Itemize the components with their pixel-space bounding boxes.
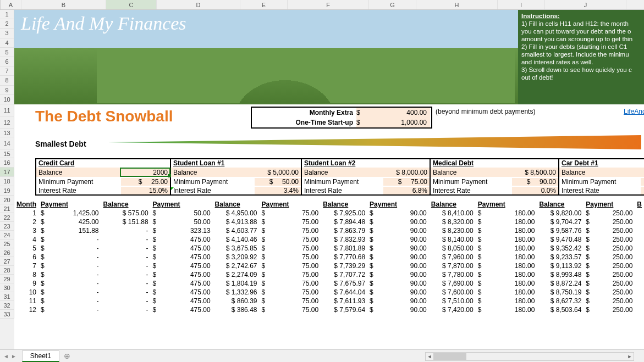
column-header-C[interactable]: C	[106, 0, 157, 9]
svg-marker-0	[108, 135, 641, 149]
row-header-5[interactable]: 5	[0, 48, 14, 57]
row-header-8[interactable]: 8	[0, 76, 14, 85]
row-header-29[interactable]: 29	[0, 275, 14, 283]
row-header-11[interactable]: 11	[0, 104, 14, 116]
row-headers: 1234567891011121314151617181920212223242…	[0, 10, 14, 349]
row-header-14[interactable]: 14	[0, 137, 14, 149]
debt-block: Student Loan #1Balance$ 5,000.00Minimum …	[170, 158, 301, 196]
gradient-wedge	[108, 135, 641, 149]
row-header-31[interactable]: 31	[0, 292, 14, 301]
row-header-13[interactable]: 13	[0, 129, 14, 137]
add-sheet-button[interactable]: ⊕	[59, 350, 75, 361]
row-header-27[interactable]: 27	[0, 257, 14, 266]
debts-section: Credit CardBalance2000Minimum Payment$ 2…	[35, 158, 644, 196]
debt-block: Credit CardBalance2000Minimum Payment$ 2…	[35, 158, 170, 196]
column-headers: ABCDEFGHIJKL	[0, 0, 644, 10]
page-title: The Debt Snowball	[35, 108, 173, 125]
schedule-row: 10$ - - $475.00$ 1,332.96$75.00$ 7,644.0…	[14, 288, 644, 297]
schedule-row: 6$ - - $475.00$ 3,209.92$75.00$ 7,770.68…	[14, 253, 644, 261]
column-header-G[interactable]: G	[369, 0, 416, 9]
horizontal-scrollbar[interactable]: ◄ ►	[425, 352, 634, 361]
row-header-10[interactable]: 10	[0, 95, 14, 104]
row-header-30[interactable]: 30	[0, 283, 14, 292]
row-header-28[interactable]: 28	[0, 266, 14, 275]
schedule-row: 2$425.00$ 151.88$50.00$ 4,913.88$75.00$ …	[14, 218, 644, 226]
smallest-debt-label: Smallest Debt	[35, 140, 86, 148]
row-header-20[interactable]: 20	[0, 196, 14, 204]
instructions-panel: Instructions: 1) Fill in cells H11 and H…	[518, 10, 644, 104]
schedule-row: 1$1,425.00$ 575.00$50.00$ 4,950.00$75.00…	[14, 209, 644, 218]
row-header-17[interactable]: 17	[0, 168, 14, 177]
column-header-F[interactable]: F	[288, 0, 369, 9]
column-header-K[interactable]: K	[626, 0, 644, 9]
instructions-heading: Instructions:	[521, 13, 560, 19]
row-header-25[interactable]: 25	[0, 240, 14, 248]
row-header-2[interactable]: 2	[0, 19, 14, 29]
row-header-7[interactable]: 7	[0, 66, 14, 76]
row-header-22[interactable]: 22	[0, 213, 14, 222]
column-header-I[interactable]: I	[498, 0, 545, 9]
row-header-6[interactable]: 6	[0, 57, 14, 66]
column-header-E[interactable]: E	[240, 0, 288, 9]
row-header-24[interactable]: 24	[0, 231, 14, 240]
schedule-row: 7$ - - $475.00$ 2,742.67$75.00$ 7,739.29…	[14, 261, 644, 270]
schedule-row: 8$ - - $475.00$ 2,274.09$75.00$ 7,707.72…	[14, 270, 644, 279]
column-header-J[interactable]: J	[545, 0, 626, 9]
schedule-row: 5$ - - $475.00$ 3,675.85$75.00$ 7,801.89…	[14, 244, 644, 253]
beyond-note: (beyond minimum debt payments)	[436, 108, 535, 115]
column-header-B[interactable]: B	[21, 0, 106, 9]
error-indicator-icon	[171, 187, 174, 190]
row-header-4[interactable]: 4	[0, 38, 14, 48]
schedule-row: 3$151.88 - $323.13$ 4,603.77$75.00$ 7,86…	[14, 226, 644, 235]
schedule-row: 9$ - - $475.00$ 1,804.19$75.00$ 7,675.97…	[14, 279, 644, 288]
row-header-19[interactable]: 19	[0, 186, 14, 196]
inputs-box: Monthly Extra $ 400.00 One-Time Start-up…	[251, 107, 432, 129]
row-header-23[interactable]: 23	[0, 222, 14, 231]
row-header-9[interactable]: 9	[0, 86, 14, 95]
site-link[interactable]: LifeAndMyFi	[624, 108, 644, 115]
row-header-33[interactable]: 33	[0, 310, 14, 319]
column-header-H[interactable]: H	[416, 0, 498, 9]
schedule-row: 12$ - - $475.00$ 386.48$75.00$ 7,579.64$…	[14, 305, 644, 314]
row-header-12[interactable]: 12	[0, 116, 14, 129]
sheet-nav-arrows[interactable]: ◄►	[0, 353, 20, 359]
debt-block: Medical DebtBalance$ 8,500.00Minimum Pay…	[430, 158, 559, 196]
sheet-tab-bar: ◄► Sheet1 ⊕ ◄ ►	[0, 349, 644, 362]
column-header-A[interactable]: A	[1, 0, 21, 9]
banner-title: Life And My Finances	[21, 13, 186, 34]
row-header-16[interactable]: 16	[0, 158, 14, 168]
spreadsheet-grid[interactable]: Life And My Finances Instructions: 1) Fi…	[14, 10, 644, 349]
startup-input[interactable]: 1,000.00	[365, 118, 430, 127]
row-header-21[interactable]: 21	[0, 204, 14, 213]
row-header-32[interactable]: 32	[0, 301, 14, 310]
row-header-26[interactable]: 26	[0, 248, 14, 257]
startup-label: One-Time Start-up	[252, 119, 356, 126]
schedule-row: 11$ - - $475.00$ 860.39$75.00$ 7,611.93$…	[14, 297, 644, 305]
monthly-extra-label: Monthly Extra	[252, 109, 356, 116]
row-header-1[interactable]: 1	[0, 10, 14, 19]
debt-block: Student Loan #2Balance$ 8,000.00Minimum …	[301, 158, 430, 196]
sheet-tab[interactable]: Sheet1	[22, 350, 59, 362]
debt-block: Car Debt #1Balance$ 10,000.00Minimum Pay…	[559, 158, 644, 196]
monthly-extra-input[interactable]: 400.00	[365, 108, 430, 118]
row-header-18[interactable]: 18	[0, 177, 14, 186]
row-header-3[interactable]: 3	[0, 29, 14, 38]
header-banner: Life And My Finances	[14, 10, 518, 104]
column-header-D[interactable]: D	[157, 0, 240, 9]
row-header-15[interactable]: 15	[0, 149, 14, 158]
amortization-schedule: MonthPaymentBalancePaymentBalancePayment…	[14, 200, 644, 314]
schedule-row: 4$ - - $475.00$ 4,140.46$75.00$ 7,832.93…	[14, 235, 644, 244]
